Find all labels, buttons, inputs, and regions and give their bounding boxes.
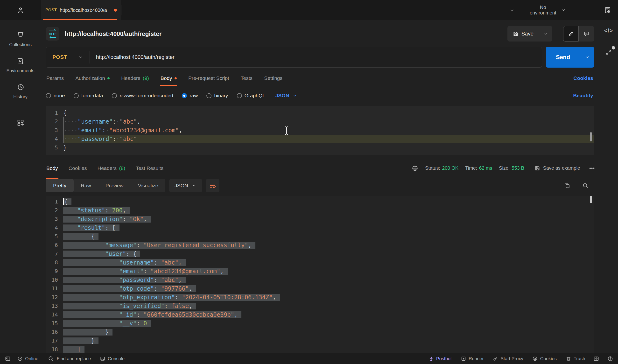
code-line[interactable]: 18 ]	[46, 345, 594, 354]
response-tab-test-results[interactable]: Test Results	[135, 159, 164, 177]
cookies-link[interactable]: Cookies	[573, 75, 593, 81]
code-line[interactable]: 4····"password":·"abc"	[46, 135, 594, 143]
url-input[interactable]: http://localhost:4000/auth/register	[96, 54, 175, 60]
selection-highlight: "user": {	[63, 250, 140, 257]
code-line[interactable]: 6 "message": "User registered successful…	[46, 241, 594, 250]
save-options-button[interactable]	[539, 26, 552, 41]
help-button[interactable]	[607, 356, 613, 362]
request-tab[interactable]: POST http://localhost:4000/a	[41, 0, 121, 20]
toggle-sidebar-button[interactable]	[5, 356, 11, 362]
edit-request-button[interactable]	[563, 26, 579, 41]
environment-selector[interactable]: No environment	[522, 0, 597, 20]
code-line[interactable]: 2····"username":·"abc",	[46, 117, 594, 126]
sidebar-item-environments[interactable]: Environments	[2, 53, 39, 78]
statusbar-runner[interactable]: Runner	[461, 356, 484, 361]
split-panel-button[interactable]	[593, 356, 599, 362]
tab-authorization[interactable]: Authorization	[75, 72, 110, 84]
send-options-button[interactable]	[580, 47, 594, 68]
request-body-editor[interactable]: 1{2····"username":·"abc",3····"email":·"…	[46, 106, 594, 155]
code-line[interactable]: 16 }	[46, 328, 594, 337]
split-panel-icon	[593, 356, 599, 362]
save-as-example-button[interactable]: Save as example	[534, 165, 580, 171]
view-raw[interactable]: Raw	[74, 179, 98, 192]
tab-tests[interactable]: Tests	[240, 72, 253, 84]
code-line[interactable]: 14 "_id": "660fcfdea65d30cdbca0e39b",	[46, 311, 594, 319]
code-line[interactable]: 5 {	[46, 232, 594, 241]
statusbar-console[interactable]: Console	[100, 355, 125, 362]
code-line[interactable]: 11 "otp_code": "997766",	[46, 284, 594, 293]
code-line[interactable]: 3 "description": "Ok",	[46, 215, 594, 223]
pencil-icon	[568, 31, 574, 37]
line-number: 13	[46, 302, 63, 311]
code-line[interactable]: 5}	[46, 143, 594, 152]
code-line[interactable]: 15 "__v": 0	[46, 319, 594, 328]
body-mode-form-data[interactable]: form-data	[74, 93, 103, 99]
code-line[interactable]: 8 "username": "abc",	[46, 258, 594, 267]
tab-params[interactable]: Params	[46, 72, 64, 84]
code-line[interactable]: 7 "user": {	[46, 250, 594, 258]
response-editor-scrollbar[interactable]	[590, 196, 592, 203]
view-visualize[interactable]: Visualize	[131, 179, 166, 192]
response-tab-body[interactable]: Body	[46, 159, 58, 177]
more-options-icon[interactable]	[589, 165, 595, 171]
response-body-editor[interactable]: 1{2 "status": 200,3 "description": "Ok",…	[46, 196, 594, 354]
code-line[interactable]: 9 "email": "abcd1234@gmail.com",	[46, 267, 594, 276]
statusbar-online[interactable]: Online	[17, 355, 39, 362]
tab-body[interactable]: Body	[160, 72, 177, 84]
body-mode-binary[interactable]: binary	[206, 93, 228, 99]
request-language-selector[interactable]: JSON	[275, 93, 297, 99]
line-number: 14	[46, 311, 63, 319]
view-preview[interactable]: Preview	[98, 179, 131, 192]
code-line[interactable]: 10 "password": "abc",	[46, 276, 594, 284]
comment-button[interactable]	[579, 26, 594, 41]
grid-plus-icon[interactable]	[16, 118, 25, 127]
statusbar-start-proxy[interactable]: Start Proxy	[493, 356, 523, 361]
code-line[interactable]: 3····"email":·"abcd1234@gmail.com",	[46, 126, 594, 135]
beautify-link[interactable]: Beautify	[573, 93, 593, 99]
body-mode-raw[interactable]: raw	[182, 93, 198, 99]
sidebar-item-history[interactable]: History	[2, 80, 39, 104]
request-editor-scrollbar[interactable]	[590, 132, 592, 142]
save-button[interactable]: Save	[507, 26, 552, 41]
tab-headers[interactable]: Headers(9)	[121, 72, 149, 84]
tab-list-button[interactable]	[502, 0, 522, 20]
code-line[interactable]: 13 "is_verified": false,	[46, 302, 594, 311]
body-mode-none[interactable]: none	[46, 93, 65, 99]
statusbar-find-and-replace[interactable]: Find and replace	[48, 355, 91, 362]
tab-pre-request-script[interactable]: Pre-request Script	[188, 72, 230, 84]
account-button[interactable]	[0, 0, 41, 20]
code-content: "user": {	[63, 250, 594, 258]
code-line[interactable]: 4 "result": [	[46, 223, 594, 232]
view-pretty[interactable]: Pretty	[46, 179, 74, 192]
response-language-selector[interactable]: JSON	[169, 179, 202, 192]
statusbar-trash[interactable]: Trash	[566, 356, 585, 361]
code-line[interactable]: 17 }	[46, 337, 594, 345]
send-button[interactable]: Send	[546, 47, 594, 68]
body-mode-x-www-form-urlencoded[interactable]: x-www-form-urlencoded	[112, 93, 173, 99]
method-selector[interactable]: POST	[46, 54, 90, 60]
statusbar-item-label: Console	[108, 356, 125, 361]
response-tab-cookies[interactable]: Cookies	[68, 159, 87, 177]
collapse-panel-button[interactable]	[605, 49, 612, 56]
line-number: 7	[46, 250, 63, 258]
wrap-lines-button[interactable]	[206, 179, 219, 192]
response-tab-headers[interactable]: Headers(8)	[97, 159, 126, 177]
new-tab-button[interactable]	[121, 0, 138, 20]
statusbar-postbot[interactable]: Postbot	[428, 356, 452, 361]
sidebar-item-collections[interactable]: Collections	[2, 27, 39, 52]
code-content: "otp_expiration": "2024-04-05T10:28:06.1…	[63, 293, 594, 302]
tab-settings[interactable]: Settings	[264, 72, 283, 84]
body-mode-row: noneform-datax-www-form-urlencodedrawbin…	[46, 90, 593, 101]
environment-quick-look-button[interactable]	[597, 0, 618, 20]
copy-icon[interactable]	[564, 182, 570, 189]
body-mode-graphql[interactable]: GraphQL	[237, 93, 265, 99]
code-line[interactable]: 1{	[46, 109, 594, 117]
code-line[interactable]: 12 "otp_expiration": "2024-04-05T10:28:0…	[46, 293, 594, 302]
code-line[interactable]: 1{	[46, 197, 594, 206]
code-line[interactable]: 2 "status": 200,	[46, 206, 594, 215]
statusbar-cookies[interactable]: Cookies	[532, 356, 557, 361]
code-content: "email": "abcd1234@gmail.com",	[63, 267, 594, 276]
line-number: 5	[46, 143, 63, 152]
code-snippet-icon[interactable]: </>	[604, 27, 613, 34]
search-icon[interactable]	[582, 182, 589, 189]
